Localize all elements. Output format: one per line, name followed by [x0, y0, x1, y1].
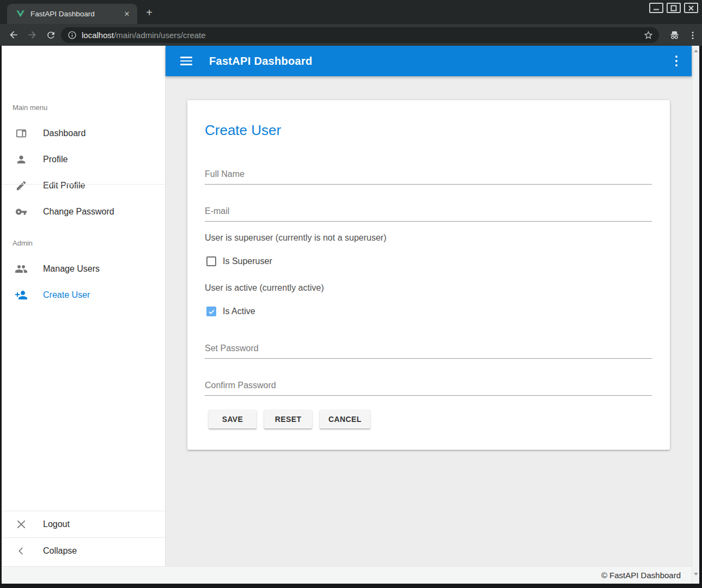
sidebar-item-manage-users[interactable]: Manage Users	[2, 256, 166, 282]
close-x-icon	[15, 518, 28, 531]
sidebar-item-label: Create User	[43, 290, 90, 300]
back-icon[interactable]	[7, 28, 20, 41]
reload-icon[interactable]	[44, 28, 57, 41]
close-window-button[interactable]	[684, 3, 698, 13]
vue-logo-icon	[16, 9, 25, 19]
browser-menu-kebab-icon[interactable]	[688, 30, 698, 40]
set-password-input[interactable]	[205, 344, 652, 359]
page-scrollbar[interactable]	[692, 46, 699, 584]
form-actions: SAVE RESET CANCEL	[209, 409, 370, 428]
confirm-password-input[interactable]	[205, 381, 652, 396]
page-viewport: Main menu Dashboard Profile Edit Profile	[2, 46, 699, 584]
form-title: Create User	[205, 122, 281, 139]
save-button[interactable]: SAVE	[209, 409, 257, 428]
create-user-card: Create User User is superuser (currently…	[187, 100, 670, 450]
person-icon	[15, 153, 28, 166]
new-tab-button[interactable]: +	[143, 7, 155, 19]
is-active-checkbox[interactable]	[206, 307, 216, 316]
app-bar: FastAPI Dashboard	[166, 46, 692, 76]
full-name-input[interactable]	[205, 169, 652, 185]
sidebar-item-label: Edit Profile	[43, 181, 85, 191]
sidebar-item-profile[interactable]: Profile	[2, 146, 166, 173]
sidebar-item-logout[interactable]: Logout	[2, 511, 166, 537]
set-password-field-wrap	[205, 344, 652, 359]
tab-title: FastAPI Dashboard	[30, 10, 122, 18]
browser-window: FastAPI Dashboard ✕ + localhost/main/adm…	[0, 0, 702, 588]
site-info-icon[interactable]	[68, 30, 77, 40]
confirm-password-field-wrap	[205, 381, 652, 396]
url-text[interactable]: localhost/main/admin/users/create	[82, 30, 643, 40]
is-active-row: Is Active	[206, 307, 255, 316]
active-note: User is active (currently active)	[205, 283, 324, 293]
maximize-button[interactable]	[667, 3, 681, 13]
pencil-icon	[15, 179, 28, 192]
sidebar-item-collapse[interactable]: Collapse	[2, 538, 166, 564]
browser-toolbar: localhost/main/admin/users/create	[0, 24, 702, 46]
incognito-icon	[669, 29, 680, 41]
minimize-button[interactable]	[649, 3, 663, 13]
sidebar-divider	[2, 184, 166, 185]
url-bar[interactable]: localhost/main/admin/users/create	[61, 27, 659, 43]
sidebar-item-manage-users[interactable]	[2, 210, 166, 236]
scroll-down-icon[interactable]	[694, 573, 698, 575]
sidebar-item-label: Profile	[43, 155, 68, 164]
sidebar-item-create-user[interactable]: Create User	[2, 282, 166, 308]
full-name-field-wrap	[205, 169, 652, 185]
main-content: Create User User is superuser (currently…	[166, 76, 692, 566]
sidebar-item-label: Manage Users	[43, 264, 100, 274]
sidebar: Main menu Dashboard Profile Edit Profile	[2, 46, 166, 566]
browser-tab[interactable]: FastAPI Dashboard ✕	[7, 4, 137, 24]
reset-button[interactable]: RESET	[264, 409, 312, 428]
superuser-note: User is superuser (currently is not a su…	[205, 233, 386, 243]
sidebar-item-label: Logout	[43, 519, 70, 529]
browser-titlebar: FastAPI Dashboard ✕ +	[0, 0, 702, 24]
bookmark-star-icon[interactable]	[643, 30, 654, 40]
forward-icon[interactable]	[26, 28, 39, 41]
is-superuser-checkbox[interactable]	[206, 256, 216, 266]
hamburger-menu-icon[interactable]	[180, 54, 193, 68]
sidebar-item-dashboard[interactable]: Dashboard	[2, 120, 166, 146]
app-menu-kebab-icon[interactable]	[675, 56, 678, 67]
is-superuser-row: Is Superuser	[206, 256, 272, 266]
sidebar-item-label: Collapse	[43, 546, 77, 556]
cancel-button[interactable]: CANCEL	[320, 409, 370, 428]
email-input[interactable]	[205, 206, 652, 222]
dashboard-icon	[15, 127, 28, 140]
url-path: /main/admin/users/create	[114, 30, 205, 40]
sidebar-item-edit-profile[interactable]: Edit Profile	[2, 173, 166, 199]
email-field-wrap	[205, 206, 652, 222]
person-add-icon	[15, 289, 28, 302]
footer-copyright: © FastAPI Dashboard	[601, 571, 681, 580]
sidebar-item-label: Dashboard	[43, 128, 86, 138]
chevron-left-icon	[15, 544, 28, 558]
admin-section-header: Admin	[13, 239, 33, 247]
tab-close-icon[interactable]: ✕	[122, 9, 132, 19]
app-title: FastAPI Dashboard	[209, 55, 313, 68]
main-menu-header: Main menu	[13, 103, 47, 112]
page-footer: © FastAPI Dashboard	[2, 566, 699, 584]
scroll-up-icon[interactable]	[694, 50, 698, 52]
url-host: localhost	[82, 30, 114, 40]
toolbar-right-icons	[669, 27, 698, 43]
people-icon	[15, 262, 28, 275]
window-controls	[649, 3, 698, 13]
is-active-label: Is Active	[223, 307, 255, 316]
check-icon	[208, 308, 215, 315]
is-superuser-label: Is Superuser	[223, 256, 272, 266]
